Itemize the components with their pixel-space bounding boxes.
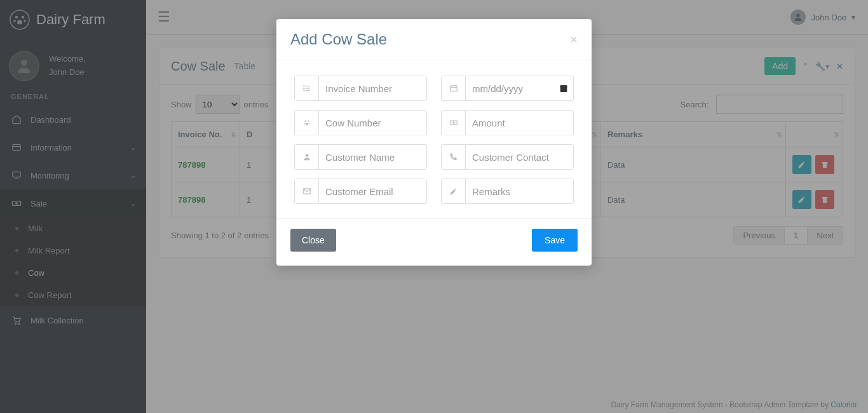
cname-group (294, 144, 427, 170)
svg-point-28 (304, 121, 306, 122)
cow-input[interactable] (319, 111, 426, 135)
svg-rect-27 (560, 85, 567, 87)
svg-point-32 (305, 123, 308, 126)
svg-point-19 (303, 86, 304, 86)
cname-input[interactable] (319, 145, 426, 169)
remarks-input[interactable] (466, 179, 573, 203)
amount-input[interactable] (466, 111, 573, 135)
modal-title: Add Cow Sale (290, 30, 387, 48)
pencil-icon (442, 179, 466, 203)
amount-group (441, 110, 574, 135)
svg-point-21 (303, 90, 304, 91)
svg-rect-33 (450, 121, 457, 125)
svg-point-31 (309, 123, 310, 124)
user-icon (295, 145, 319, 169)
save-button[interactable]: Save (532, 229, 578, 252)
cow-group (294, 110, 427, 135)
list-icon (295, 76, 319, 100)
envelope-icon (295, 179, 319, 203)
money-icon (442, 111, 466, 135)
cemail-input[interactable] (319, 179, 426, 203)
svg-point-29 (308, 121, 309, 122)
svg-point-20 (303, 88, 304, 88)
svg-point-34 (452, 122, 454, 123)
close-button[interactable]: Close (290, 229, 336, 252)
ccontact-group (441, 144, 574, 170)
remarks-group (441, 179, 574, 204)
svg-point-30 (304, 123, 305, 124)
calendar-icon (442, 76, 466, 100)
invoice-input[interactable] (319, 76, 426, 100)
cemail-group (294, 179, 427, 204)
date-input[interactable] (466, 76, 554, 100)
add-cow-sale-modal: Add Cow Sale × (276, 19, 592, 266)
invoice-group (294, 76, 427, 101)
paw-icon (295, 111, 319, 135)
svg-point-35 (305, 154, 308, 157)
date-picker-icon[interactable] (554, 76, 573, 100)
date-group (441, 76, 574, 101)
phone-icon (442, 145, 466, 169)
ccontact-input[interactable] (466, 145, 573, 169)
svg-rect-22 (450, 86, 457, 91)
modal-close-icon[interactable]: × (570, 32, 578, 47)
